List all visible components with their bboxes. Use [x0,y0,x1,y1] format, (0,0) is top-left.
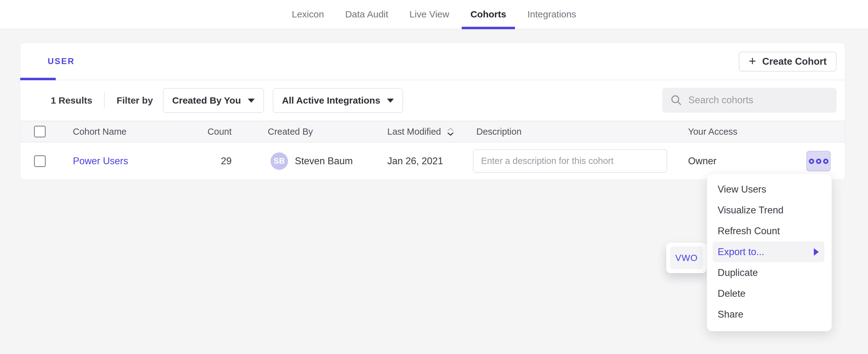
menu-item-share[interactable]: Share [707,304,832,325]
avatar: SB [271,153,288,170]
sort-arrows-icon [447,127,454,136]
filter-by-label: Filter by [117,95,153,106]
header-count: Count [188,127,231,137]
search-cohorts-box [662,88,837,112]
cohort-count: 29 [188,156,231,167]
top-nav: Lexicon Data Audit Live View Cohorts Int… [281,0,587,29]
results-count: 1 Results [51,95,92,106]
cohort-type-tab-row: USER + Create Cohort [20,43,845,80]
cohorts-card: USER + Create Cohort 1 Results Filter by… [20,43,845,180]
description-input[interactable] [473,149,667,173]
tab-cohorts[interactable]: Cohorts [460,0,517,29]
header-your-access: Your Access [688,127,738,137]
row-checkbox[interactable] [34,155,46,167]
integrations-filter-dropdown[interactable]: All Active Integrations [273,88,403,113]
filter-row: 1 Results Filter by Created By You All A… [20,80,845,121]
create-cohort-label: Create Cohort [762,56,827,67]
last-modified-date: Jan 26, 2021 [387,156,443,167]
create-cohort-button[interactable]: + Create Cohort [739,52,837,71]
export-submenu: VWO [666,243,707,273]
search-cohorts-input[interactable] [688,95,829,106]
more-options-icon [809,159,814,164]
tab-user[interactable]: USER [48,57,75,66]
tab-data-audit[interactable]: Data Audit [335,0,399,29]
menu-item-duplicate[interactable]: Duplicate [707,262,832,283]
tab-live-view[interactable]: Live View [399,0,460,29]
tab-integrations-label: Integrations [527,9,576,20]
header-last-modified-sort[interactable]: Last Modified [387,127,454,137]
vertical-divider [104,93,104,108]
created-by-cell: SB Steven Baum [271,153,353,170]
row-actions-button[interactable] [806,151,831,171]
tab-data-audit-label: Data Audit [345,9,388,20]
tab-cohorts-label: Cohorts [470,9,506,20]
submenu-arrow-icon [814,248,819,256]
tab-lexicon[interactable]: Lexicon [281,0,334,29]
tab-live-view-label: Live View [409,9,449,20]
menu-item-export-to[interactable]: Export to... [713,242,825,262]
access-value: Owner [688,156,716,167]
tab-integrations[interactable]: Integrations [517,0,587,29]
row-actions-menu: View Users Visualize Trend Refresh Count… [707,173,832,331]
table-header-row: Cohort Name Count Created By Last Modifi… [20,121,845,142]
menu-item-visualize-trend[interactable]: Visualize Trend [707,200,832,221]
menu-item-export-to-label: Export to... [718,246,764,258]
chevron-down-icon [248,99,255,103]
menu-item-delete[interactable]: Delete [707,283,832,304]
header-cohort-name: Cohort Name [73,127,126,137]
select-all-checkbox[interactable] [34,126,46,137]
menu-item-refresh-count[interactable]: Refresh Count [707,221,832,242]
created-by-filter-dropdown[interactable]: Created By You [163,88,264,113]
tab-lexicon-label: Lexicon [292,9,324,20]
integrations-filter-value: All Active Integrations [282,95,380,106]
plus-icon: + [749,55,756,67]
created-by-name: Steven Baum [295,156,353,167]
header-created-by: Created By [268,127,313,137]
search-icon [670,94,682,106]
active-tab-underline [462,27,515,29]
created-by-filter-value: Created By You [172,95,241,106]
user-tab-underline [20,78,56,80]
more-options-icon [823,159,829,164]
export-vwo-button[interactable]: VWO [670,246,703,269]
chevron-down-icon [387,99,394,103]
more-options-icon [816,159,821,164]
header-last-modified-label: Last Modified [387,127,441,137]
cohort-name-link[interactable]: Power Users [73,156,128,167]
menu-item-view-users[interactable]: View Users [707,179,832,200]
header-description: Description [476,127,522,137]
top-navigation-bar: Lexicon Data Audit Live View Cohorts Int… [0,0,868,29]
